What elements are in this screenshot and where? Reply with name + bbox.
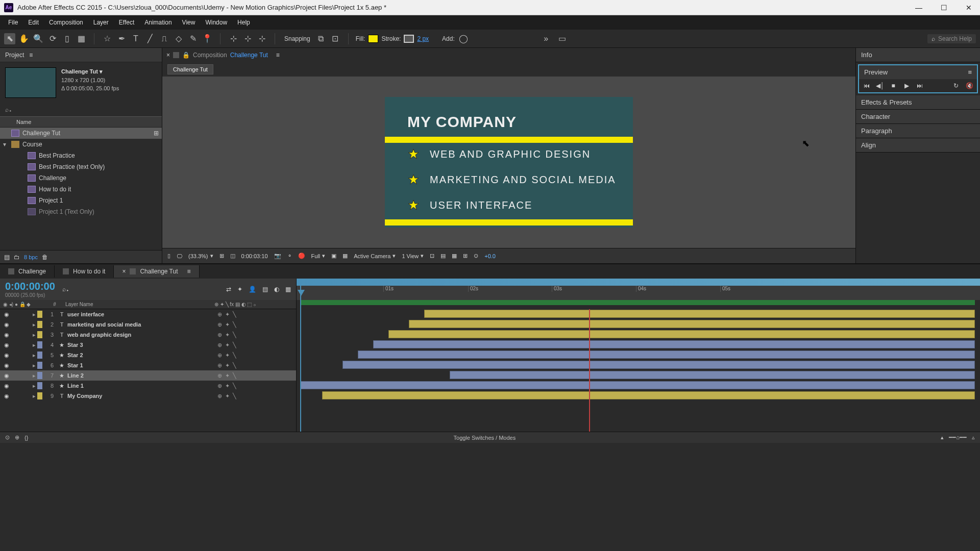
- minimize-button[interactable]: —: [911, 3, 926, 13]
- character-panel-header[interactable]: Character: [856, 110, 980, 123]
- tree-item[interactable]: Project 1: [0, 195, 162, 206]
- menu-composition[interactable]: Composition: [44, 17, 88, 28]
- fill-label[interactable]: Fill:: [356, 35, 365, 42]
- layer-bar[interactable]: [424, 310, 975, 318]
- selection-tool-icon[interactable]: ⬉: [4, 33, 15, 44]
- close-button[interactable]: ✕: [962, 3, 976, 13]
- tab-menu-icon[interactable]: ≡: [276, 52, 280, 59]
- pixel-aspect-icon[interactable]: ⊡: [430, 253, 434, 259]
- search-help[interactable]: ⌕ Search Help: [927, 34, 976, 43]
- exposure-value[interactable]: +0.0: [484, 253, 496, 259]
- fast-preview-icon[interactable]: ▤: [440, 253, 446, 259]
- graph-editor-icon[interactable]: ▦: [285, 286, 291, 293]
- layer-color-icon[interactable]: [37, 362, 42, 369]
- roto-tool-icon[interactable]: ✎: [187, 33, 199, 44]
- snap-edges-icon[interactable]: ⊡: [330, 33, 341, 44]
- visibility-icon[interactable]: ◉: [3, 321, 10, 328]
- toggle-switches-icon[interactable]: ⊙: [5, 434, 10, 441]
- loop-icon[interactable]: ↻: [951, 81, 961, 90]
- layer-color-icon[interactable]: [37, 352, 42, 359]
- visibility-icon[interactable]: ◉: [3, 372, 10, 379]
- layer-bar[interactable]: [373, 340, 975, 348]
- shape-tool-icon[interactable]: ☆: [102, 33, 113, 44]
- layer-color-icon[interactable]: [37, 392, 42, 399]
- zoom-out-icon[interactable]: ▴: [941, 434, 944, 441]
- snapping-label[interactable]: Snapping: [282, 35, 312, 42]
- layer-color-icon[interactable]: [37, 321, 42, 328]
- name-column-header[interactable]: Name: [0, 116, 162, 128]
- view-dropdown[interactable]: 1 View ▾: [402, 253, 424, 259]
- fill-color-swatch[interactable]: [368, 35, 378, 43]
- layer-bar[interactable]: [358, 350, 975, 359]
- axis-local-icon[interactable]: ⊹: [228, 33, 239, 44]
- snapshot-icon[interactable]: 📷: [274, 253, 281, 259]
- layer-row[interactable]: ◉▸8★Line 1⊕✦╲: [0, 381, 296, 391]
- panel-menu-icon[interactable]: ≡: [968, 68, 972, 76]
- zoom-slider[interactable]: ━━⌂━━: [949, 434, 967, 441]
- info-panel-header[interactable]: Info: [856, 48, 980, 62]
- menu-edit[interactable]: Edit: [23, 17, 44, 28]
- tree-item[interactable]: Best Practice (text Only): [0, 161, 162, 172]
- layer-row[interactable]: ◉▸5★Star 2⊕✦╲: [0, 350, 296, 360]
- toggle-switches-icon[interactable]: ⊕: [15, 434, 19, 441]
- visibility-icon[interactable]: ◉: [3, 362, 10, 369]
- channel-icon[interactable]: ⚬: [287, 253, 292, 259]
- timeline-tab[interactable]: Challenge: [0, 265, 55, 278]
- transparency-icon[interactable]: ▦: [342, 253, 348, 259]
- zoom-dropdown[interactable]: (33.3%) ▾: [188, 253, 213, 259]
- layer-row[interactable]: ◉▸2Tmarketing and social media⊕✦╲: [0, 319, 296, 330]
- pen-tool-icon[interactable]: ✒: [116, 33, 127, 44]
- current-time[interactable]: 0:00:03:10: [241, 253, 268, 259]
- title-safe-icon[interactable]: ⊞: [219, 253, 224, 259]
- comp-tab-name[interactable]: Challenge Tut: [230, 52, 268, 59]
- layer-row[interactable]: ◉▸4★Star 3⊕✦╲: [0, 340, 296, 350]
- visibility-icon[interactable]: ◉: [3, 311, 10, 318]
- tree-item[interactable]: Best Practice: [0, 150, 162, 161]
- timeline-search-icon[interactable]: ⌕▸: [62, 286, 69, 293]
- expand-icon[interactable]: ▸: [33, 383, 36, 389]
- trash-icon[interactable]: 🗑: [42, 254, 48, 261]
- tree-item[interactable]: Project 1 (Text Only): [0, 206, 162, 217]
- layer-color-icon[interactable]: [37, 382, 42, 389]
- visibility-icon[interactable]: ◉: [3, 352, 10, 359]
- flowchart-icon[interactable]: ⊞: [154, 130, 159, 137]
- add-label[interactable]: Add:: [442, 35, 455, 42]
- layer-bar[interactable]: [342, 361, 975, 369]
- pan-behind-tool-icon[interactable]: ▦: [76, 33, 87, 44]
- toolbar-overflow-icon[interactable]: »: [541, 33, 552, 44]
- timeline-icon[interactable]: ▦: [452, 253, 457, 259]
- work-area-bar[interactable]: [300, 300, 975, 305]
- project-panel-header[interactable]: Project ≡: [0, 48, 162, 62]
- stop-icon[interactable]: ■: [889, 81, 898, 90]
- paragraph-panel-header[interactable]: Paragraph: [856, 124, 980, 138]
- timeline-tab-active[interactable]: ×Challenge Tut≡: [114, 265, 199, 278]
- add-circle-icon[interactable]: ◯: [458, 33, 469, 44]
- align-panel-header[interactable]: Align: [856, 138, 980, 152]
- visibility-icon[interactable]: ◉: [3, 342, 10, 348]
- layer-color-icon[interactable]: [37, 372, 42, 379]
- camera-tool-icon[interactable]: ▯: [61, 33, 72, 44]
- menu-window[interactable]: Window: [200, 17, 232, 28]
- tree-item-root[interactable]: Challenge Tut ⊞: [0, 128, 162, 139]
- workspace-icon[interactable]: ▭: [557, 33, 568, 44]
- roi-icon[interactable]: ▣: [331, 253, 336, 259]
- layer-bar[interactable]: [450, 371, 975, 379]
- layer-bar[interactable]: [388, 330, 975, 338]
- snap-magnet-icon[interactable]: ⧉: [315, 33, 327, 44]
- prev-frame-icon[interactable]: ◀│: [875, 81, 885, 90]
- reset-exposure-icon[interactable]: ⊙: [474, 253, 478, 259]
- project-search-icon[interactable]: ⌕▸: [5, 106, 12, 113]
- shy-icon[interactable]: 👤: [249, 286, 256, 293]
- text-tool-icon[interactable]: T: [130, 33, 141, 44]
- color-icon[interactable]: 🔴: [298, 253, 305, 259]
- timeline-tab[interactable]: How to do it: [55, 265, 114, 278]
- resolution-dropdown[interactable]: Full ▾: [311, 253, 326, 259]
- tree-item-folder[interactable]: ▾ Course: [0, 139, 162, 150]
- tree-item[interactable]: Challenge: [0, 172, 162, 184]
- monitor-icon[interactable]: 🖵: [177, 253, 182, 259]
- close-tab-icon[interactable]: ×: [166, 52, 170, 59]
- layer-row[interactable]: ◉▸7★Line 2⊕✦╲: [0, 370, 296, 381]
- expand-icon[interactable]: ▸: [33, 393, 36, 399]
- stroke-color-swatch[interactable]: [404, 35, 414, 43]
- camera-dropdown[interactable]: Active Camera ▾: [354, 253, 396, 259]
